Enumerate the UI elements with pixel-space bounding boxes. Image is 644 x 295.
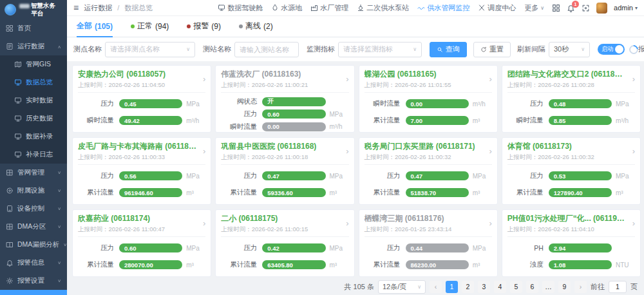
metric-value-bar: 2.94 xyxy=(549,243,612,252)
prev-page-button[interactable]: ‹ xyxy=(430,281,442,293)
search-button[interactable]: 查询 xyxy=(430,42,467,57)
page-button-9[interactable]: 9 xyxy=(558,281,571,293)
metric-value: 0.47 xyxy=(411,173,423,180)
topnav-item-7[interactable]: 更多∨ xyxy=(524,3,544,13)
sidebar-item-管网GIS[interactable]: 管网GIS xyxy=(0,55,67,73)
page-button-2[interactable]: 2 xyxy=(462,281,474,293)
sidebar-item-历史数据[interactable]: 历史数据 xyxy=(0,109,67,128)
user-avatar[interactable] xyxy=(596,3,607,14)
topnav-item-6[interactable]: 调度中心 xyxy=(478,3,516,13)
metric-value-bar: 63405.80 xyxy=(262,260,325,269)
chevron-right-icon[interactable]: › xyxy=(632,75,635,83)
notification-bell-button[interactable]: 1 xyxy=(567,4,575,12)
page-button-6[interactable]: 6 xyxy=(526,281,538,293)
chevron-right-icon[interactable]: › xyxy=(203,75,205,83)
goto-page-input[interactable] xyxy=(609,281,627,293)
chevron-right-icon[interactable]: › xyxy=(489,219,491,227)
metric-row: 瞬时流量0.00m³/h xyxy=(221,273,348,277)
sidebar-item-报警信息[interactable]: 报警信息∨ xyxy=(0,254,67,272)
sidebar-item-DMA漏损分析[interactable]: DMA漏损分析∨ xyxy=(0,236,67,254)
chevron-down-icon: ∨ xyxy=(186,46,190,52)
metric-unit: m³ xyxy=(473,262,492,269)
monitor-icon xyxy=(14,133,22,140)
sidebar-item-DMA分区[interactable]: DMA分区∨ xyxy=(0,218,67,236)
refresh-interval-select[interactable]: 30秒 ∨ xyxy=(549,42,590,57)
station-card: 二小 (06118175)上报时间：2026-02-26 11:00:15›压力… xyxy=(215,209,354,277)
chevron-right-icon[interactable]: › xyxy=(346,219,348,227)
metric-value: 961946.60 xyxy=(124,189,153,196)
sidebar-item-首页[interactable]: 首页 xyxy=(0,19,67,37)
sidebar-item-管网管理[interactable]: 管网管理∨ xyxy=(0,164,67,182)
metric-unit: m³ xyxy=(330,189,349,196)
next-page-button[interactable]: › xyxy=(574,281,587,293)
metric-label: 瞬时流量 xyxy=(365,99,401,108)
auto-refresh-toggle[interactable]: 启动 xyxy=(598,44,625,55)
topnav-item-4[interactable]: 二次供水泵站 xyxy=(357,3,409,13)
page-size-select[interactable]: 12条/页 ∨ xyxy=(378,280,426,294)
alarm-legend-link[interactable]: 报警底色说明 ? xyxy=(638,44,644,54)
chevron-right-icon[interactable]: › xyxy=(632,147,635,155)
page-button-1[interactable]: 1 xyxy=(446,281,458,293)
metric-row: 累计流量63405.80m³ xyxy=(221,256,348,273)
metric-row: 压力0.60MPa xyxy=(78,240,205,256)
sidebar-item-报警设置[interactable]: 报警设置∨ xyxy=(0,272,67,290)
tab-离线[interactable]: 离线(2) xyxy=(239,16,273,37)
metric-unit: MPa xyxy=(616,100,635,108)
metric-select[interactable]: 请选择监测指标 ∨ xyxy=(338,42,422,57)
sidebar-item-报警报表[interactable]: 报警报表 xyxy=(0,290,67,295)
metric-value: 280070.00 xyxy=(124,262,153,269)
sidebar-item-运行数据[interactable]: 运行数据∧ xyxy=(0,37,67,55)
chevron-right-icon[interactable]: › xyxy=(203,147,205,155)
card-header: 二小 (06118175)上报时间：2026-02-26 11:00:15 xyxy=(221,213,348,237)
page-button-3[interactable]: 3 xyxy=(478,281,490,293)
report-time: 上报时间：2026-02-26 11:00:32 xyxy=(365,153,492,162)
user-menu[interactable]: admin ▾ xyxy=(614,4,638,12)
metric-value-bar: 59336.60 xyxy=(262,188,325,197)
chevron-down-icon: ∨ xyxy=(57,278,61,283)
chevron-right-icon[interactable]: › xyxy=(346,147,348,155)
report-time: 上报时间：2026-02-26 11:00:33 xyxy=(78,153,205,162)
menu-collapse-icon[interactable]: ≡ xyxy=(73,3,79,12)
card-metrics: 压力0.53MPa累计流量127890.40m³瞬时流量5.77m³/h xyxy=(507,165,635,205)
chevron-right-icon[interactable]: › xyxy=(489,147,491,155)
topnav-item-1[interactable]: 数据驾驶舱 xyxy=(218,3,263,13)
sidebar-item-附属设施[interactable]: 附属设施∨ xyxy=(0,182,67,200)
chevron-right-icon[interactable]: › xyxy=(346,75,348,83)
fullscreen-icon[interactable] xyxy=(582,4,590,12)
sidebar-item-数据补录[interactable]: 数据补录 xyxy=(0,128,67,146)
sidebar-item-设备控制[interactable]: 设备控制∨ xyxy=(0,200,67,218)
page-ellipsis[interactable]: … xyxy=(542,281,554,293)
sidebar-item-补录日志[interactable]: 补录日志 xyxy=(0,146,67,164)
breadcrumb-parent[interactable]: 运行数据 xyxy=(84,3,112,13)
chevron-right-icon[interactable]: › xyxy=(632,219,635,227)
metric-value: 63405.80 xyxy=(267,262,293,269)
topnav-item-2[interactable]: 水源地 xyxy=(271,3,302,13)
card-metrics: 压力0.47MPa累计流量59336.60m³瞬时流量3.84m³/h xyxy=(221,165,348,205)
metric-label: 压力 xyxy=(78,243,114,252)
metric-value-bar: 0.60 xyxy=(262,109,325,119)
chevron-right-icon[interactable]: › xyxy=(489,75,491,83)
site-select[interactable]: 请选择测点名称 ∨ xyxy=(105,42,195,57)
card-header: PH值01污水处理厂“化... (06119003)上报时间：2026-02-2… xyxy=(507,213,635,237)
metric-value-bar: 0.56 xyxy=(119,171,182,180)
topnav-item-3[interactable]: 水厂管理 xyxy=(310,3,348,13)
tab-正常[interactable]: 正常(94) xyxy=(131,16,169,37)
metric-value: 7.00 xyxy=(411,117,423,124)
tab-报警[interactable]: 报警(9) xyxy=(187,16,221,37)
breadcrumb-current: 数据总览 xyxy=(124,3,153,13)
metric-value: 0.42 xyxy=(267,245,279,252)
sidebar-item-实时数据[interactable]: 实时数据 xyxy=(0,91,67,109)
reset-button[interactable]: 重置 xyxy=(473,42,511,57)
station-card: 皮毛厂路与卡布其海路南 (06118167)上报时间：2026-02-26 11… xyxy=(72,137,211,205)
topnav-item-5[interactable]: 供水管网监控 xyxy=(417,3,469,13)
apps-grid-icon[interactable] xyxy=(552,4,560,12)
station-input[interactable] xyxy=(234,42,299,57)
chevron-right-icon[interactable]: › xyxy=(203,219,205,227)
tab-全部[interactable]: 全部(105) xyxy=(77,16,113,37)
page-button-5[interactable]: 5 xyxy=(510,281,522,293)
report-time: 上报时间：2026-02-26 11:00:32 xyxy=(507,153,635,162)
page-button-4[interactable]: 4 xyxy=(494,281,506,293)
sidebar-item-数据总览[interactable]: 数据总览 xyxy=(0,73,67,91)
station-title: 体育馆 (06118173) xyxy=(507,141,635,152)
metric-unit: m³ xyxy=(616,189,635,196)
